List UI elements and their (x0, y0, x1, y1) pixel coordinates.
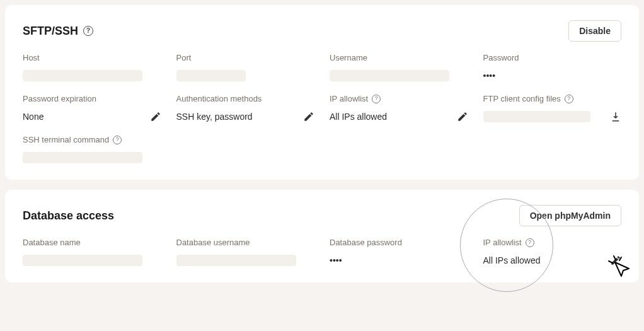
db-ip-allowlist-value: All IPs allowed (483, 255, 606, 265)
auth-methods-label: Authentication methods (176, 94, 315, 103)
sftp-row-1: Host Port Username Password •••• (23, 53, 621, 83)
db-password-value: •••• (330, 255, 468, 265)
db-password-field: Database password •••• (330, 238, 468, 267)
db-username-field: Database username (176, 238, 315, 267)
sftp-card-header: SFTP/SSH ? Disable (23, 20, 621, 42)
db-row-1: Database name Database username Database… (23, 238, 621, 267)
db-name-field: Database name (23, 238, 161, 267)
db-ip-allowlist-label: IP allowlist ? (483, 238, 622, 247)
password-label: Password (483, 53, 622, 62)
help-icon[interactable]: ? (372, 95, 381, 103)
help-icon[interactable]: ? (526, 238, 534, 247)
ftp-config-placeholder (483, 111, 590, 122)
edit-icon[interactable] (150, 111, 161, 122)
db-username-placeholder (176, 255, 296, 266)
username-label: Username (330, 53, 468, 62)
password-expiration-label: Password expiration (23, 94, 161, 103)
ftp-config-label-text: FTP client config files (483, 94, 561, 103)
sftp-card-title: SFTP/SSH ? (23, 25, 93, 38)
db-title-text: Database access (23, 209, 114, 223)
db-ip-allowlist-field: IP allowlist ? All IPs allowed (483, 238, 622, 267)
db-username-label: Database username (176, 238, 315, 247)
edit-icon[interactable] (610, 255, 621, 266)
download-icon[interactable] (610, 111, 621, 122)
edit-icon[interactable] (457, 111, 468, 122)
help-icon[interactable]: ? (113, 136, 122, 144)
db-card-title: Database access (23, 209, 114, 223)
db-name-label: Database name (23, 238, 161, 247)
help-icon[interactable]: ? (83, 26, 93, 36)
ftp-config-field: FTP client config files ? (483, 94, 622, 124)
host-field: Host (23, 53, 161, 83)
username-field: Username (330, 53, 468, 83)
sftp-row-2: Password expiration None Authentication … (23, 94, 621, 124)
password-value: •••• (483, 71, 622, 81)
db-password-label: Database password (330, 238, 468, 247)
ssh-terminal-label-text: SSH terminal command (23, 135, 109, 144)
password-expiration-field: Password expiration None (23, 94, 161, 124)
port-field: Port (176, 53, 315, 83)
open-phpmyadmin-button[interactable]: Open phpMyAdmin (519, 205, 621, 226)
database-access-card: Database access Open phpMyAdmin Database… (5, 190, 639, 282)
ip-allowlist-field: IP allowlist ? All IPs allowed (330, 94, 468, 124)
disable-button[interactable]: Disable (568, 20, 621, 42)
ip-allowlist-value: All IPs allowed (330, 112, 452, 122)
db-ip-allowlist-label-text: IP allowlist (483, 238, 522, 247)
sftp-row-3: SSH terminal command ? (23, 135, 621, 165)
password-expiration-value: None (23, 112, 145, 122)
edit-icon[interactable] (303, 111, 314, 122)
host-value-placeholder (23, 70, 142, 81)
ssh-terminal-field: SSH terminal command ? (23, 135, 161, 165)
ip-allowlist-label-text: IP allowlist (330, 94, 368, 103)
auth-methods-value: SSH key, password (176, 112, 299, 122)
port-label: Port (176, 53, 315, 62)
ssh-terminal-label: SSH terminal command ? (23, 135, 161, 144)
auth-methods-field: Authentication methods SSH key, password (176, 94, 315, 124)
help-icon[interactable]: ? (565, 95, 573, 103)
db-name-placeholder (23, 255, 142, 266)
username-value-placeholder (330, 70, 449, 81)
ssh-terminal-placeholder (23, 152, 142, 163)
sftp-ssh-card: SFTP/SSH ? Disable Host Port Username Pa… (5, 5, 639, 180)
host-label: Host (23, 53, 161, 62)
ftp-config-label: FTP client config files ? (483, 94, 622, 103)
port-value-placeholder (176, 70, 246, 81)
ip-allowlist-label: IP allowlist ? (330, 94, 468, 103)
password-field: Password •••• (483, 53, 622, 83)
db-card-header: Database access Open phpMyAdmin (23, 205, 621, 226)
sftp-title-text: SFTP/SSH (23, 25, 78, 38)
